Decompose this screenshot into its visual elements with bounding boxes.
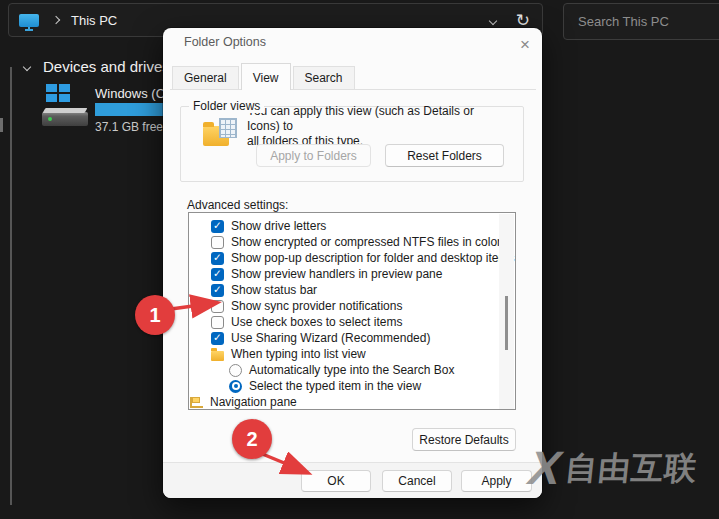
clipped-nav-item	[0, 118, 3, 132]
checkbox-icon[interactable]	[211, 236, 224, 249]
setting-label: Automatically type into the Search Box	[249, 363, 454, 377]
windows-logo-icon	[46, 84, 71, 103]
folder-views-description-line1: You can apply this view (such as Details…	[247, 104, 509, 134]
radio-icon[interactable]	[229, 380, 242, 393]
address-dropdown-icon[interactable]	[489, 17, 497, 25]
restore-defaults-button[interactable]: Restore Defaults	[412, 428, 516, 451]
watermark: X 自由互联	[528, 444, 700, 491]
watermark-text: 自由互联	[564, 452, 699, 484]
apply-button[interactable]: Apply	[461, 470, 532, 492]
tab-view[interactable]: View	[241, 63, 291, 90]
tab-strip: General View Search	[172, 65, 355, 90]
tab-divider	[170, 89, 536, 90]
annotation-step-2: 2	[232, 419, 272, 459]
setting-automatically-type-search-box[interactable]: Automatically type into the Search Box	[189, 362, 515, 378]
setting-label: Show encrypted or compressed NTFS files …	[231, 235, 501, 249]
advanced-settings-label: Advanced settings:	[187, 198, 288, 212]
navigation-pane-scrollbar[interactable]	[10, 67, 12, 505]
section-collapse-icon[interactable]	[23, 62, 31, 70]
checkbox-icon[interactable]	[211, 252, 224, 265]
section-title: Devices and drives	[43, 58, 170, 75]
setting-label: Show pop-up description for folder and d…	[231, 251, 515, 265]
setting-label: When typing into list view	[231, 347, 366, 361]
tab-general[interactable]: General	[172, 66, 239, 90]
folder-icon	[211, 351, 224, 361]
folder-views-icon	[203, 118, 237, 146]
setting-navigation-pane[interactable]: Navigation pane	[189, 394, 515, 410]
setting-when-typing-into-list-view[interactable]: When typing into list view	[189, 346, 515, 362]
search-input[interactable]	[564, 4, 719, 39]
setting-label: Show preview handlers in preview pane	[231, 267, 442, 281]
setting-select-typed-item[interactable]: Select the typed item in the view	[189, 378, 515, 394]
list-scrollbar-thumb[interactable]	[505, 296, 508, 350]
refresh-icon[interactable]: ↻	[516, 10, 530, 30]
checkbox-icon[interactable]	[211, 332, 224, 345]
dialog-title: Folder Options	[184, 35, 266, 49]
breadcrumb-chevron-icon[interactable]	[52, 16, 60, 24]
radio-icon[interactable]	[229, 364, 242, 377]
breadcrumb[interactable]: This PC	[71, 13, 117, 28]
setting-show-preview-handlers[interactable]: Show preview handlers in preview pane	[189, 266, 515, 282]
setting-label: Use check boxes to select items	[231, 315, 402, 329]
folder-views-description: You can apply this view (such as Details…	[247, 104, 509, 149]
devices-and-drives-header[interactable]: Devices and drives	[24, 58, 170, 75]
setting-label: Use Sharing Wizard (Recommended)	[231, 331, 430, 345]
close-icon[interactable]: ×	[513, 33, 537, 57]
checkbox-icon[interactable]	[211, 316, 224, 329]
cancel-button[interactable]: Cancel	[382, 470, 452, 492]
setting-label: Select the typed item in the view	[249, 379, 421, 393]
setting-show-drive-letters[interactable]: Show drive letters	[189, 218, 515, 234]
search-box[interactable]	[563, 3, 719, 40]
drive-led-icon	[48, 117, 52, 121]
apply-to-folders-button[interactable]: Apply to Folders	[256, 144, 371, 167]
drive-name: Windows (C:)	[95, 86, 173, 101]
setting-label: Navigation pane	[210, 395, 297, 409]
checkbox-icon[interactable]	[211, 284, 224, 297]
ok-button[interactable]: OK	[301, 470, 371, 492]
checkbox-icon[interactable]	[211, 300, 224, 313]
drive-icon	[42, 84, 88, 126]
annotation-step-1: 1	[135, 295, 175, 335]
setting-show-popup-description[interactable]: Show pop-up description for folder and d…	[189, 250, 515, 266]
drive-item-windows-c[interactable]: Windows (C:) 37.1 GB free	[42, 84, 88, 126]
reset-folders-button[interactable]: Reset Folders	[385, 144, 504, 167]
setting-label: Show drive letters	[231, 219, 326, 233]
folder-options-dialog: Folder Options × General View Search Fol…	[163, 28, 542, 498]
drive-free-space: 37.1 GB free	[95, 120, 163, 134]
setting-label: Show status bar	[231, 283, 317, 297]
checkbox-icon[interactable]	[211, 220, 224, 233]
setting-use-check-boxes[interactable]: Use check boxes to select items	[189, 314, 515, 330]
tab-search[interactable]: Search	[293, 66, 355, 90]
this-pc-icon	[19, 14, 39, 27]
setting-show-encrypted-ntfs[interactable]: Show encrypted or compressed NTFS files …	[189, 234, 515, 250]
drive-usage-bar	[95, 103, 170, 116]
list-scrollbar[interactable]	[499, 214, 514, 410]
tree-icon	[190, 397, 203, 408]
advanced-settings-list[interactable]: Show drive letters Show encrypted or com…	[188, 212, 516, 410]
setting-show-sync-provider-notifications[interactable]: Show sync provider notifications	[189, 298, 515, 314]
setting-label: Show sync provider notifications	[231, 299, 402, 313]
setting-use-sharing-wizard[interactable]: Use Sharing Wizard (Recommended)	[189, 330, 515, 346]
folder-views-label: Folder views	[189, 99, 264, 113]
setting-show-status-bar[interactable]: Show status bar	[189, 282, 515, 298]
checkbox-icon[interactable]	[211, 268, 224, 281]
